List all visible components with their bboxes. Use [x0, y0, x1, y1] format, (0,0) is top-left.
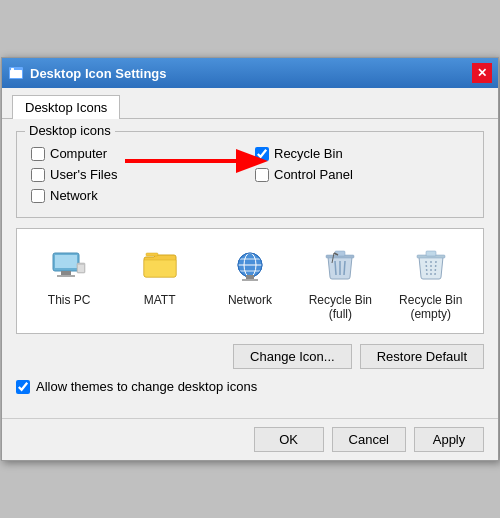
- checkbox-userfiles-input[interactable]: [31, 168, 45, 182]
- checkbox-network: Network: [31, 188, 245, 203]
- checkbox-recycle-label[interactable]: Recycle Bin: [274, 146, 343, 161]
- apply-button[interactable]: Apply: [414, 427, 484, 452]
- svg-rect-7: [61, 271, 71, 275]
- tab-bar: Desktop Icons: [2, 88, 498, 119]
- svg-rect-23: [426, 251, 436, 256]
- icon-this-pc-label: This PC: [48, 293, 91, 307]
- icon-network-label: Network: [228, 293, 272, 307]
- network-svg: [230, 245, 270, 285]
- close-button[interactable]: ✕: [472, 63, 492, 83]
- recycle-full-svg: [320, 245, 360, 285]
- svg-rect-2: [11, 68, 14, 70]
- this-pc-svg: [49, 245, 89, 285]
- svg-rect-11: [146, 253, 158, 256]
- icon-recycle-full[interactable]: Recycle Bin (full): [305, 241, 375, 321]
- checkbox-userfiles: User's Files: [31, 167, 245, 182]
- checkboxes-grid: Computer Recycle Bin: [31, 146, 469, 203]
- icon-recycle-full-img: [316, 241, 364, 289]
- svg-rect-8: [57, 275, 75, 277]
- ok-button[interactable]: OK: [254, 427, 324, 452]
- icon-recycle-empty[interactable]: Recycle Bin (empty): [396, 241, 466, 321]
- svg-rect-1: [10, 70, 22, 78]
- window-title: Desktop Icon Settings: [30, 66, 167, 81]
- checkbox-userfiles-label[interactable]: User's Files: [50, 167, 118, 182]
- checkbox-network-input[interactable]: [31, 189, 45, 203]
- tab-desktop-icons[interactable]: Desktop Icons: [12, 95, 120, 119]
- icon-matt[interactable]: MATT: [125, 241, 195, 307]
- allow-themes-checkbox[interactable]: [16, 380, 30, 394]
- icon-recycle-empty-label: Recycle Bin (empty): [399, 293, 462, 321]
- desktop-icons-group: Desktop icons Computer: [16, 131, 484, 218]
- icon-matt-label: MATT: [144, 293, 176, 307]
- icon-recycle-full-label: Recycle Bin (full): [309, 293, 372, 321]
- checkbox-network-label[interactable]: Network: [50, 188, 98, 203]
- checkbox-recycle-input[interactable]: [255, 147, 269, 161]
- main-content: Desktop icons Computer: [2, 119, 498, 418]
- svg-rect-10: [78, 265, 84, 272]
- window-icon: [8, 65, 24, 81]
- restore-default-button[interactable]: Restore Default: [360, 344, 484, 369]
- svg-rect-18: [246, 275, 254, 279]
- icon-this-pc[interactable]: This PC: [34, 241, 104, 307]
- allow-themes-row: Allow themes to change desktop icons: [16, 379, 484, 394]
- icon-action-buttons: Change Icon... Restore Default: [16, 344, 484, 369]
- title-bar: Desktop Icon Settings ✕: [2, 58, 498, 88]
- title-bar-left: Desktop Icon Settings: [8, 65, 167, 81]
- checkbox-controlpanel-label[interactable]: Control Panel: [274, 167, 353, 182]
- checkbox-computer-input[interactable]: [31, 147, 45, 161]
- icon-recycle-empty-img: [407, 241, 455, 289]
- bottom-bar: OK Cancel Apply: [2, 418, 498, 460]
- group-label: Desktop icons: [25, 123, 115, 138]
- change-icon-button[interactable]: Change Icon...: [233, 344, 352, 369]
- cancel-button[interactable]: Cancel: [332, 427, 406, 452]
- allow-themes-label[interactable]: Allow themes to change desktop icons: [36, 379, 257, 394]
- icon-matt-img: [136, 241, 184, 289]
- checkbox-controlpanel: Control Panel: [255, 167, 469, 182]
- icon-network-img: [226, 241, 274, 289]
- checkbox-recycle: Recycle Bin: [255, 146, 469, 161]
- svg-rect-6: [55, 255, 77, 268]
- dialog-window: Desktop Icon Settings ✕ Desktop Icons De…: [1, 57, 499, 461]
- icon-network[interactable]: Network: [215, 241, 285, 307]
- matt-svg: [140, 245, 180, 285]
- icon-this-pc-img: [45, 241, 93, 289]
- svg-rect-19: [242, 279, 258, 281]
- checkbox-computer-label[interactable]: Computer: [50, 146, 107, 161]
- recycle-empty-svg: [411, 245, 451, 285]
- icons-panel: This PC MATT: [16, 228, 484, 334]
- checkbox-computer: Computer: [31, 146, 245, 161]
- checkbox-controlpanel-input[interactable]: [255, 168, 269, 182]
